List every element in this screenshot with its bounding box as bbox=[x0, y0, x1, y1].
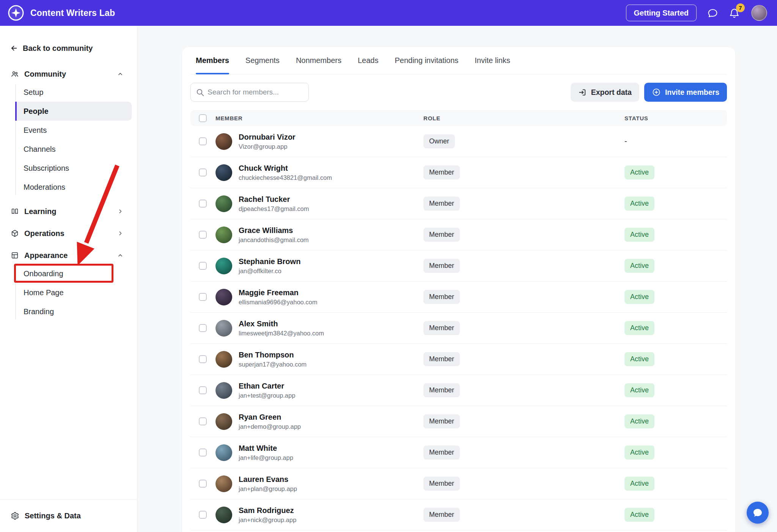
table-row[interactable]: Dornubari VizorVizor@group.appOwner- bbox=[190, 126, 727, 157]
appearance-icon bbox=[11, 251, 19, 260]
member-search[interactable] bbox=[190, 83, 309, 102]
member-name: Alex Smith bbox=[239, 320, 324, 328]
member-email: limesweetjm3842@yahoo.com bbox=[239, 330, 324, 337]
chat-bubble-icon bbox=[752, 507, 764, 519]
role-badge: Member bbox=[423, 352, 460, 366]
sidebar-item-channels[interactable]: Channels bbox=[15, 140, 132, 159]
tab-invite-links[interactable]: Invite links bbox=[475, 47, 510, 74]
back-arrow-icon bbox=[10, 44, 18, 52]
settings-data-label: Settings & Data bbox=[25, 512, 81, 520]
messages-icon[interactable] bbox=[707, 8, 718, 19]
sidebar-item-moderations[interactable]: Moderations bbox=[15, 178, 132, 197]
row-checkbox[interactable] bbox=[199, 324, 207, 332]
invite-members-button[interactable]: Invite members bbox=[644, 83, 727, 102]
member-avatar bbox=[215, 507, 232, 523]
row-checkbox[interactable] bbox=[199, 137, 207, 145]
status-badge: Active bbox=[624, 321, 654, 335]
search-icon bbox=[195, 88, 205, 97]
section-label: Learning bbox=[24, 207, 56, 216]
sidebar-section-operations[interactable]: Operations bbox=[0, 226, 137, 241]
table-row[interactable]: Chuck Wrightchuckiechesse43821@gmail.com… bbox=[190, 157, 727, 188]
table-row[interactable]: Matt Whitejan+life@group.appMemberActive bbox=[190, 437, 727, 468]
status-badge: Active bbox=[624, 228, 654, 242]
sidebar-nav: CommunitySetupPeopleEventsChannelsSubscr… bbox=[0, 67, 137, 321]
status-badge: Active bbox=[624, 383, 654, 397]
table-row[interactable]: Rachel Tuckerdjpeaches17@gmail.comMember… bbox=[190, 188, 727, 219]
toolbar-actions: Export data Invite members bbox=[571, 83, 727, 102]
table-row[interactable]: Lauren Evansjan+plan@group.appMemberActi… bbox=[190, 468, 727, 499]
status-badge: Active bbox=[624, 290, 654, 304]
status-empty: - bbox=[624, 137, 627, 145]
tab-members[interactable]: Members bbox=[196, 47, 229, 74]
row-checkbox[interactable] bbox=[199, 231, 207, 239]
member-email: jancandothis@gmail.com bbox=[239, 236, 309, 244]
table-row[interactable]: Ben Thompsonsuperjan17@yahoo.comMemberAc… bbox=[190, 344, 727, 375]
member-name: Ben Thompson bbox=[239, 351, 307, 359]
sidebar-section-appearance[interactable]: Appearance bbox=[0, 248, 137, 263]
table-row[interactable]: Stephanie Brownjan@offkilter.coMemberAct… bbox=[190, 250, 727, 282]
row-checkbox[interactable] bbox=[199, 386, 207, 394]
table-row[interactable]: Ethan Carterjan+test@group.appMemberActi… bbox=[190, 375, 727, 406]
sidebar-item-people[interactable]: People bbox=[15, 102, 132, 121]
settings-data-link[interactable]: Settings & Data bbox=[0, 499, 137, 532]
status-badge: Active bbox=[624, 259, 654, 273]
table-row[interactable]: Maggie Freemanellismania9696@yahoo.comMe… bbox=[190, 282, 727, 313]
sidebar-item-setup[interactable]: Setup bbox=[15, 83, 132, 102]
operations-icon bbox=[11, 229, 19, 238]
tab-pending-invitations[interactable]: Pending invitations bbox=[395, 47, 458, 74]
member-avatar bbox=[215, 289, 232, 305]
annotation-box bbox=[14, 264, 113, 283]
sidebar-item-branding[interactable]: Branding bbox=[15, 302, 132, 321]
member-email: jan+life@group.app bbox=[239, 454, 293, 461]
row-checkbox[interactable] bbox=[199, 262, 207, 270]
user-avatar[interactable] bbox=[751, 5, 767, 21]
select-all-checkbox[interactable] bbox=[199, 114, 207, 122]
table-row[interactable]: Ryan Greenjan+demo@group.appMemberActive bbox=[190, 406, 727, 437]
column-header-status: STATUS bbox=[624, 115, 727, 121]
search-input[interactable] bbox=[208, 88, 308, 96]
row-checkbox[interactable] bbox=[199, 168, 207, 176]
row-checkbox[interactable] bbox=[199, 417, 207, 425]
tab-leads[interactable]: Leads bbox=[358, 47, 379, 74]
member-avatar bbox=[215, 227, 232, 243]
member-name: Ethan Carter bbox=[239, 382, 295, 390]
export-icon bbox=[578, 88, 587, 97]
member-name: Ryan Green bbox=[239, 413, 301, 422]
table-row[interactable]: Sam Rodriguezjan+nick@group.appMemberAct… bbox=[190, 499, 727, 530]
row-checkbox[interactable] bbox=[199, 511, 207, 519]
tab-nonmembers[interactable]: Nonmembers bbox=[296, 47, 341, 74]
community-icon bbox=[11, 70, 19, 78]
sidebar-section-community[interactable]: Community bbox=[0, 67, 137, 81]
sidebar-item-home-page[interactable]: Home Page bbox=[15, 283, 132, 302]
export-data-button[interactable]: Export data bbox=[571, 83, 639, 102]
table-row[interactable]: Grace Williamsjancandothis@gmail.comMemb… bbox=[190, 219, 727, 250]
member-name: Dornubari Vizor bbox=[239, 133, 296, 142]
member-name: Lauren Evans bbox=[239, 475, 297, 484]
main-content: MembersSegmentsNonmembersLeadsPending in… bbox=[137, 26, 777, 532]
table-row[interactable]: Alex Smithlimesweetjm3842@yahoo.comMembe… bbox=[190, 313, 727, 344]
row-checkbox[interactable] bbox=[199, 293, 207, 301]
getting-started-button[interactable]: Getting Started bbox=[626, 5, 697, 21]
row-checkbox[interactable] bbox=[199, 480, 207, 488]
notifications-bell-icon[interactable]: 7 bbox=[729, 8, 740, 19]
back-to-community-link[interactable]: Back to community bbox=[10, 42, 127, 54]
chat-launcher-button[interactable] bbox=[747, 502, 769, 524]
role-badge: Member bbox=[423, 508, 460, 522]
section-label: Operations bbox=[24, 229, 64, 238]
role-badge: Member bbox=[423, 321, 460, 335]
row-checkbox[interactable] bbox=[199, 355, 207, 363]
sidebar-item-onboarding[interactable]: Onboarding bbox=[15, 264, 132, 283]
role-badge: Member bbox=[423, 197, 460, 211]
role-badge: Member bbox=[423, 414, 460, 428]
row-checkbox[interactable] bbox=[199, 449, 207, 456]
topbar: Content Writers Lab Getting Started 7 bbox=[0, 0, 777, 26]
sidebar-item-events[interactable]: Events bbox=[15, 121, 132, 140]
row-checkbox[interactable] bbox=[199, 200, 207, 208]
sidebar-item-subscriptions[interactable]: Subscriptions bbox=[15, 159, 132, 178]
status-badge: Active bbox=[624, 414, 654, 428]
tab-segments[interactable]: Segments bbox=[245, 47, 280, 74]
member-email: superjan17@yahoo.com bbox=[239, 361, 307, 368]
role-badge: Member bbox=[423, 445, 460, 460]
table-body: Dornubari VizorVizor@group.appOwner-Chuc… bbox=[190, 126, 727, 532]
sidebar-section-learning[interactable]: Learning bbox=[0, 204, 137, 219]
